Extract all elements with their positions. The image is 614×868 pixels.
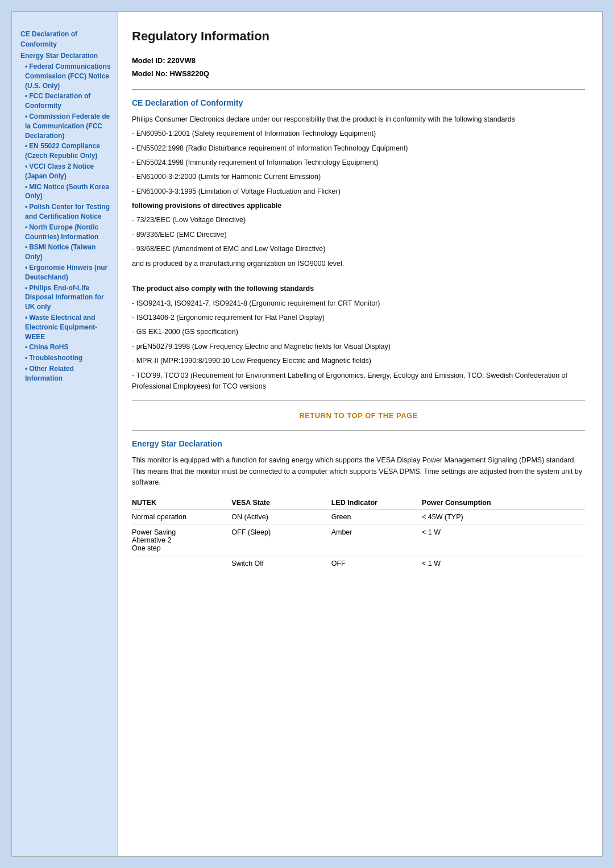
energy-row2-vesa: OFF (Sleep) xyxy=(231,525,331,556)
energy-table-row-1: Normal operation ON (Active) Green < 45W… xyxy=(132,510,585,525)
energy-row2-nutek: Power Saving Alternative 2 One step xyxy=(132,525,231,556)
model-info: Model ID: 220VW8 Model No: HWS8220Q xyxy=(132,54,585,81)
energy-row3-led: OFF xyxy=(331,556,422,571)
ce-also-0: - ISO9241-3, ISO9241-7, ISO9241-8 (Ergon… xyxy=(132,298,585,309)
ce-intro: Philips Consumer Electronics declare und… xyxy=(132,114,585,125)
energy-table: NUTEK VESA State LED Indicator Power Con… xyxy=(132,496,585,571)
energy-section: Energy Star Declaration This monitor is … xyxy=(132,439,585,571)
ce-also-4: - MPR-II (MPR:1990:8/1990:10 Low Frequen… xyxy=(132,356,585,366)
divider-1 xyxy=(132,89,585,90)
sidebar-item-polish[interactable]: Polish Center for Testing and Certificat… xyxy=(20,202,111,222)
energy-row3-vesa: Switch Off xyxy=(231,556,331,571)
ce-standard-3: - EN61000-3-2:2000 (Limits for Harmonic … xyxy=(132,172,585,182)
divider-2 xyxy=(132,400,585,401)
ce-also-3: - prEN50279:1998 (Low Frequency Electric… xyxy=(132,341,585,352)
energy-row1-led: Green xyxy=(331,510,422,525)
ce-standard-6: - 73/23/EEC (Low Voltage Directive) xyxy=(132,215,585,226)
ce-standard-2: - EN55024:1998 (Immunity requirement of … xyxy=(132,157,585,168)
model-id: Model ID: 220VW8 xyxy=(132,54,585,67)
energy-row1-vesa: ON (Active) xyxy=(231,510,331,525)
sidebar-item-en55022[interactable]: EN 55022 Compliance (Czech Republic Only… xyxy=(20,141,111,161)
main-content: Regulatory Information Model ID: 220VW8 … xyxy=(117,12,602,856)
energy-table-header-nutek: NUTEK xyxy=(132,496,231,510)
sidebar: CE Declaration of Conformity Energy Star… xyxy=(12,12,117,856)
ce-also-intro: The product also comply with the followi… xyxy=(132,283,585,294)
energy-table-row-2: Power Saving Alternative 2 One step OFF … xyxy=(132,525,585,556)
sidebar-item-fcc-notice[interactable]: Federal Communications Commission (FCC) … xyxy=(20,62,111,90)
energy-row2-led: Amber xyxy=(331,525,422,556)
energy-row3-nutek xyxy=(132,556,231,571)
ce-standard-9: and is produced by a manufacturing organ… xyxy=(132,258,585,269)
sidebar-item-troubleshooting[interactable]: Troubleshooting xyxy=(20,353,111,363)
ce-section: CE Declaration of Conformity Philips Con… xyxy=(132,98,585,393)
energy-row2-power: < 1 W xyxy=(422,525,585,556)
sidebar-item-nordic[interactable]: North Europe (Nordic Countries) Informat… xyxy=(20,223,111,242)
energy-section-body: This monitor is equipped with a function… xyxy=(132,455,585,488)
sidebar-item-weee[interactable]: Waste Electrical and Electronic Equipmen… xyxy=(20,313,111,341)
energy-table-header-power: Power Consumption xyxy=(422,496,585,510)
ce-also-2: - GS EK1-2000 (GS specification) xyxy=(132,327,585,337)
ce-standard-7: - 89/336/EEC (EMC Directive) xyxy=(132,229,585,240)
page-title: Regulatory Information xyxy=(132,29,585,44)
sidebar-item-commission-fcc[interactable]: Commission Federale de la Communication … xyxy=(20,112,111,140)
ce-standard-4: - EN61000-3-3:1995 (Limitation of Voltag… xyxy=(132,186,585,197)
sidebar-item-ergonomie[interactable]: Ergonomie Hinweis (nur Deutschland) xyxy=(20,263,111,282)
page-container: CE Declaration of Conformity Energy Star… xyxy=(11,11,603,857)
sidebar-item-energy-star[interactable]: Energy Star Declaration xyxy=(20,51,111,61)
divider-3 xyxy=(132,430,585,431)
energy-table-header-led: LED Indicator xyxy=(331,496,422,510)
ce-standard-8: - 93/68/EEC (Amendment of EMC and Low Vo… xyxy=(132,244,585,254)
energy-intro: This monitor is equipped with a function… xyxy=(132,455,585,488)
energy-table-header-vesa: VESA State xyxy=(231,496,331,510)
energy-row3-power: < 1 W xyxy=(422,556,585,571)
model-no: Model No: HWS8220Q xyxy=(132,67,585,80)
sidebar-item-bsmi[interactable]: BSMI Notice (Taiwan Only) xyxy=(20,243,111,262)
energy-row1-power: < 45W (TYP) xyxy=(422,510,585,525)
sidebar-item-other-info[interactable]: Other Related Information xyxy=(20,364,111,383)
sidebar-item-mic[interactable]: MIC Notice (South Korea Only) xyxy=(20,182,111,202)
ce-also-1: - ISO13406-2 (Ergonomic requirement for … xyxy=(132,312,585,323)
energy-table-row-3: Switch Off OFF < 1 W xyxy=(132,556,585,571)
return-to-top-link[interactable]: RETURN TO TOP OF THE PAGE xyxy=(132,411,585,420)
ce-section-body: Philips Consumer Electronics declare und… xyxy=(132,114,585,393)
ce-standard-0: - EN60950-1:2001 (Safety requirement of … xyxy=(132,128,585,139)
sidebar-item-vcci[interactable]: VCCI Class 2 Notice (Japan Only) xyxy=(20,162,111,181)
sidebar-item-ce-declaration[interactable]: CE Declaration of Conformity xyxy=(20,29,111,49)
ce-standard-1: - EN55022:1998 (Radio Disturbance requir… xyxy=(132,143,585,154)
energy-section-title: Energy Star Declaration xyxy=(132,439,585,448)
ce-also-5: - TCO'99, TCO'03 (Requirement for Enviro… xyxy=(132,370,585,393)
sidebar-item-fcc-conformity[interactable]: FCC Declaration of Conformity xyxy=(20,91,111,111)
ce-standard-5: following provisions of directives appli… xyxy=(132,201,585,211)
energy-row1-nutek: Normal operation xyxy=(132,510,231,525)
sidebar-item-philips-disposal[interactable]: Philips End-of-Life Disposal Information… xyxy=(20,283,111,312)
ce-section-title: CE Declaration of Conformity xyxy=(132,98,585,107)
sidebar-item-china-rohs[interactable]: China RoHS xyxy=(20,343,111,352)
